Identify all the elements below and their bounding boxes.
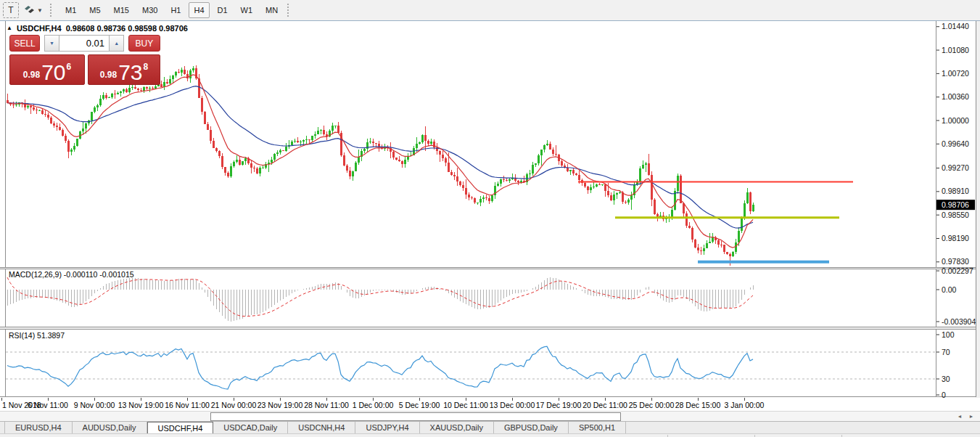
date-label: 20 Dec 11:00 <box>580 401 630 409</box>
date-label: 17 Dec 19:00 <box>534 401 583 409</box>
symbol-period-label: USDCHF,H4 <box>17 24 62 33</box>
text-label-tool-button[interactable]: T <box>3 2 19 18</box>
one-click-trading-panel: SELL ▼ ▲ BUY 0.98 70 6 0.98 73 8 <box>9 35 160 85</box>
timeframe-button-W1[interactable]: W1 <box>236 2 258 18</box>
rsi-axis-label: 70 <box>942 348 950 356</box>
date-label: 25 Dec 00:00 <box>627 401 676 409</box>
timeframe-button-D1[interactable]: D1 <box>213 2 233 18</box>
macd-axis-label: 0.002297 <box>942 266 973 275</box>
price-axis-label: 0.98550 <box>942 211 969 219</box>
price-axis-label: 0.99270 <box>942 163 969 172</box>
sell-price-big: 70 <box>41 63 65 82</box>
current-price-label: 0.98706 <box>942 200 969 209</box>
sell-price-tile[interactable]: 0.98 70 6 <box>9 54 85 85</box>
date-axis: 1 Nov 20186 Nov 11:009 Nov 00:0013 Nov 1… <box>0 398 980 411</box>
price-axis-label: 1.01440 <box>942 22 969 30</box>
mt4-terminal: T ▼ M1M5M15M30H1H4D1W1MN 1.014401.010801… <box>0 0 980 437</box>
tab-USDCAD-Daily[interactable]: USDCAD,Daily <box>213 422 288 433</box>
date-label: 13 Dec 00:00 <box>487 401 537 409</box>
price-axis-label: 1.00000 <box>942 116 969 125</box>
date-label: 28 Dec 15:00 <box>673 401 722 409</box>
timeframe-button-H1[interactable]: H1 <box>165 2 186 18</box>
rsi-axis-label: 100 <box>942 330 955 339</box>
macd-axis-label: -0.003904 <box>942 317 976 326</box>
tab-GBPUSD-Daily[interactable]: GBPUSD,Daily <box>494 422 569 433</box>
chart-horizontal-scrollbar[interactable]: ◄ ► <box>0 411 980 422</box>
rsi-label: RSI(14) 51.3897 <box>9 331 65 340</box>
macd-label: MACD(12,26,9) -0.000110 -0.001015 <box>9 270 134 279</box>
scroll-right-icon[interactable]: ► <box>966 412 976 420</box>
volume-input[interactable] <box>59 35 109 52</box>
buy-price-big: 73 <box>118 63 142 82</box>
price-axis-label: 1.01080 <box>942 46 969 54</box>
scrollbar-thumb[interactable] <box>210 412 621 421</box>
tab-XAUUSD-Daily[interactable]: XAUUSD,Daily <box>420 422 494 433</box>
tab-USDCHF-H4[interactable]: USDCHF,H4 <box>147 422 214 433</box>
drawing-tool-icon <box>24 5 35 16</box>
date-label: 13 Nov 19:00 <box>116 401 165 409</box>
date-label: 21 Nov 00:00 <box>209 401 258 409</box>
ohlc-readout: 0.98608 0.98736 0.98598 0.98706 <box>66 24 188 33</box>
date-label: 5 Dec 19:00 <box>395 401 444 409</box>
volume-decrease-button[interactable]: ▼ <box>44 35 59 52</box>
sell-price-pip: 6 <box>67 62 72 72</box>
timeframe-button-M5[interactable]: M5 <box>84 2 105 18</box>
price-axis-label: 0.97830 <box>942 257 969 266</box>
chart-symbol-header: ▲ USDCHF,H4 0.98608 0.98736 0.98598 0.98… <box>7 23 188 33</box>
volume-increase-button[interactable]: ▲ <box>109 35 124 52</box>
timeframe-button-M15[interactable]: M15 <box>109 2 134 18</box>
date-label: 6 Nov 11:00 <box>23 401 73 409</box>
timeframe-button-MN[interactable]: MN <box>260 2 283 18</box>
sell-button[interactable]: SELL <box>9 35 40 52</box>
timeframe-toolbar: T ▼ M1M5M15M30H1H4D1W1MN <box>0 0 980 21</box>
drawing-tool-button[interactable]: ▼ <box>20 2 46 18</box>
toolbar-grip <box>287 4 292 17</box>
tab-USDJPY-H4[interactable]: USDJPY,H4 <box>355 422 419 433</box>
sell-price-prefix: 0.98 <box>23 70 40 80</box>
scroll-left-icon[interactable]: ◄ <box>955 412 965 420</box>
buy-price-prefix: 0.98 <box>100 70 117 80</box>
triangle-up-icon: ▲ <box>7 25 12 31</box>
timeframe-button-M1[interactable]: M1 <box>60 2 81 18</box>
price-axis-label: 1.00720 <box>942 69 969 78</box>
price-axis-label: 0.99640 <box>942 139 969 148</box>
price-axis-label: 0.98190 <box>942 234 969 242</box>
tab-SP500-H1[interactable]: SP500,H1 <box>569 422 626 433</box>
rsi-axis-label: 0 <box>942 391 946 399</box>
date-label: 10 Dec 11:00 <box>441 401 490 409</box>
date-label: 28 Nov 11:00 <box>302 401 351 409</box>
date-label: 3 Jan 00:00 <box>720 401 769 409</box>
chart-window: 1.014401.010801.007201.003601.000000.996… <box>0 20 980 398</box>
rsi-axis-label: 30 <box>942 375 950 383</box>
chevron-down-icon: ▼ <box>37 7 43 14</box>
date-label: 1 Dec 00:00 <box>348 401 398 409</box>
timeframe-button-H4[interactable]: H4 <box>189 2 209 18</box>
date-label: 16 Nov 11:00 <box>162 401 212 409</box>
chart-tab-bar: EURUSD,H4AUDUSD,DailyUSDCHF,H4USDCAD,Dai… <box>0 421 980 433</box>
toolbar-grip <box>50 4 54 17</box>
timeframe-button-M30[interactable]: M30 <box>137 2 162 18</box>
price-axis-label: 1.00360 <box>942 92 969 101</box>
price-axis-label: 0.98910 <box>942 187 969 195</box>
buy-button[interactable]: BUY <box>128 35 160 52</box>
tab-USDCNH-H4[interactable]: USDCNH,H4 <box>288 422 355 433</box>
tab-EURUSD-H4[interactable]: EURUSD,H4 <box>4 422 73 433</box>
buy-price-pip: 8 <box>144 62 149 72</box>
buy-price-tile[interactable]: 0.98 73 8 <box>88 54 160 85</box>
date-label: 23 Nov 19:00 <box>255 401 305 409</box>
date-label: 9 Nov 00:00 <box>70 401 119 409</box>
timeframe-buttons: M1M5M15M30H1H4D1W1MN <box>59 2 284 18</box>
status-strip <box>0 433 980 437</box>
tab-AUDUSD-Daily[interactable]: AUDUSD,Daily <box>73 422 147 433</box>
macd-axis-label: 0.00 <box>942 285 957 294</box>
